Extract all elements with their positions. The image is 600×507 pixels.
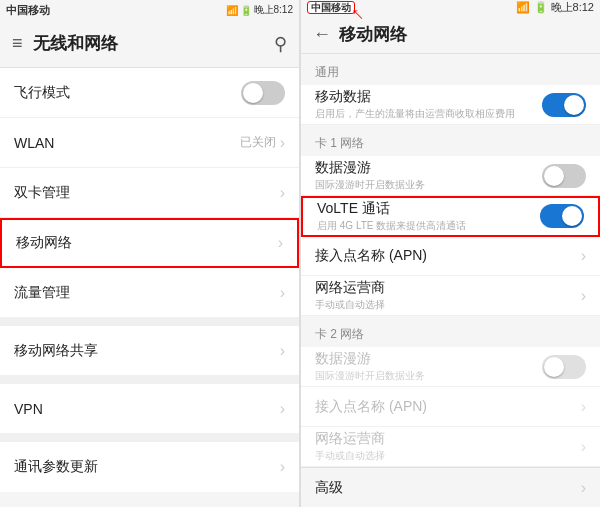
carrier-1-item[interactable]: 网络运营商 手动或自动选择 › <box>301 276 600 316</box>
airplane-title: 飞行模式 <box>14 84 70 102</box>
carrier-2-title: 网络运营商 <box>315 430 385 448</box>
mobile-data-title: 移动数据 <box>315 88 515 106</box>
mobile-data-left: 移动数据 启用后，产生的流量将由运营商收取相应费用 <box>315 88 515 121</box>
carrier-1-title: 网络运营商 <box>315 279 385 297</box>
data-roaming-1-toggle[interactable] <box>542 164 586 188</box>
section-general: 通用 <box>301 54 600 85</box>
wlan-title: WLAN <box>14 135 54 151</box>
carrier-1-subtitle: 手动或自动选择 <box>315 298 385 312</box>
update-chevron: › <box>280 458 285 476</box>
data-roaming-1-item[interactable]: 数据漫游 国际漫游时开启数据业务 <box>301 156 600 196</box>
apn-2-left: 接入点名称 (APN) <box>315 398 427 416</box>
advanced-right: › <box>581 479 586 497</box>
right-header: ← 移动网络 <box>301 16 600 54</box>
volte-item[interactable]: VoLTE 通话 启用 4G LTE 数据来提供高清通话 <box>301 196 600 237</box>
vpn-item[interactable]: VPN › <box>0 384 299 434</box>
data-roaming-1-subtitle: 国际漫游时开启数据业务 <box>315 178 425 192</box>
traffic-title: 流量管理 <box>14 284 70 302</box>
hotspot-item-right: › <box>280 342 285 360</box>
left-divider-1 <box>0 318 299 326</box>
update-title: 通讯参数更新 <box>14 458 98 476</box>
data-roaming-1-title: 数据漫游 <box>315 159 425 177</box>
mobile-network-item[interactable]: 移动网络 › <box>0 218 299 268</box>
menu-icon[interactable]: ≡ <box>12 33 23 54</box>
search-icon[interactable]: ⚲ <box>274 33 287 55</box>
hotspot-item[interactable]: 移动网络共享 › <box>0 326 299 376</box>
carrier-2-left: 网络运营商 手动或自动选择 <box>315 430 385 463</box>
mobile-data-right <box>542 93 586 117</box>
carrier-2-chevron: › <box>581 438 586 456</box>
data-roaming-2-right <box>542 355 586 379</box>
data-roaming-1-left: 数据漫游 国际漫游时开启数据业务 <box>315 159 425 192</box>
wlan-chevron: › <box>280 134 285 152</box>
dual-sim-chevron: › <box>280 184 285 202</box>
volte-toggle-knob <box>562 206 582 226</box>
apn-2-title: 接入点名称 (APN) <box>315 398 427 416</box>
vpn-item-right: › <box>280 400 285 418</box>
right-time-display: 晚上8:12 <box>551 1 594 13</box>
right-signal-icon: 📶 <box>516 1 530 13</box>
dual-sim-item-left: 双卡管理 <box>14 184 70 202</box>
advanced-left: 高级 <box>315 479 343 497</box>
wlan-status: 已关闭 <box>240 134 276 151</box>
traffic-item[interactable]: 流量管理 › <box>0 268 299 318</box>
mobile-network-chevron: › <box>278 234 283 252</box>
back-icon[interactable]: ← <box>313 24 331 45</box>
advanced-title: 高级 <box>315 479 343 497</box>
airplane-mode-item[interactable]: 飞行模式 <box>0 68 299 118</box>
hotspot-item-left: 移动网络共享 <box>14 342 98 360</box>
volte-subtitle: 启用 4G LTE 数据来提供高清通话 <box>317 219 466 233</box>
hotspot-chevron: › <box>280 342 285 360</box>
advanced-chevron: › <box>581 479 586 497</box>
update-item[interactable]: 通讯参数更新 › <box>0 442 299 492</box>
right-status-icons: 📶 🔋 晚上8:12 <box>516 0 594 15</box>
data-roaming-2-title: 数据漫游 <box>315 350 425 368</box>
data-roaming-1-right <box>542 164 586 188</box>
wlan-item[interactable]: WLAN 已关闭 › <box>0 118 299 168</box>
left-header: ≡ 无线和网络 ⚲ <box>0 20 299 68</box>
mobile-data-item[interactable]: 移动数据 启用后，产生的流量将由运营商收取相应费用 <box>301 85 600 125</box>
wlan-item-right: 已关闭 › <box>240 134 285 152</box>
airplane-item-left: 飞行模式 <box>14 84 70 102</box>
dual-sim-item-right: › <box>280 184 285 202</box>
mobile-data-toggle-knob <box>564 95 584 115</box>
right-battery-icon: 🔋 <box>534 1 548 13</box>
right-panel: 中国移动 📶 🔋 晚上8:12 ← 移动网络 通用 移动数据 启用后，产生的流量… <box>300 0 600 507</box>
carrier-2-right: › <box>581 438 586 456</box>
mobile-data-toggle[interactable] <box>542 93 586 117</box>
airplane-toggle-knob <box>243 83 263 103</box>
left-carrier: 中国移动 <box>6 3 50 18</box>
carrier-1-right: › <box>581 287 586 305</box>
dual-sim-item[interactable]: 双卡管理 › <box>0 168 299 218</box>
volte-title: VoLTE 通话 <box>317 200 466 218</box>
left-status-icons: 📶 🔋 晚上8:12 <box>226 3 293 17</box>
carrier-2-item[interactable]: 网络运营商 手动或自动选择 › <box>301 427 600 467</box>
mobile-network-title: 移动网络 <box>16 234 72 252</box>
hotspot-title: 移动网络共享 <box>14 342 98 360</box>
airplane-toggle[interactable] <box>241 81 285 105</box>
left-divider-2 <box>0 376 299 384</box>
apn-2-right: › <box>581 398 586 416</box>
time-display: 晚上8:12 <box>254 3 293 17</box>
data-roaming-2-item[interactable]: 数据漫游 国际漫游时开启数据业务 <box>301 347 600 387</box>
left-title: 无线和网络 <box>33 32 274 55</box>
traffic-item-right: › <box>280 284 285 302</box>
advanced-item[interactable]: 高级 › <box>301 467 600 507</box>
data-roaming-2-toggle[interactable] <box>542 355 586 379</box>
right-title: 移动网络 <box>339 23 588 46</box>
traffic-item-left: 流量管理 <box>14 284 70 302</box>
apn-2-item[interactable]: 接入点名称 (APN) › <box>301 387 600 427</box>
carrier-1-left: 网络运营商 手动或自动选择 <box>315 279 385 312</box>
section-card1: 卡 1 网络 <box>301 125 600 156</box>
data-roaming-2-left: 数据漫游 国际漫游时开启数据业务 <box>315 350 425 383</box>
airplane-item-right <box>241 81 285 105</box>
data-roaming-1-toggle-knob <box>544 166 564 186</box>
left-panel: 中国移动 📶 🔋 晚上8:12 ≡ 无线和网络 ⚲ 飞行模式 <box>0 0 300 507</box>
volte-toggle[interactable] <box>540 204 584 228</box>
apn-1-title: 接入点名称 (APN) <box>315 247 427 265</box>
battery-icon: 🔋 <box>240 5 252 16</box>
traffic-chevron: › <box>280 284 285 302</box>
data-roaming-2-subtitle: 国际漫游时开启数据业务 <box>315 369 425 383</box>
apn-1-item[interactable]: 接入点名称 (APN) › <box>301 237 600 277</box>
mobile-data-subtitle: 启用后，产生的流量将由运营商收取相应费用 <box>315 107 515 121</box>
